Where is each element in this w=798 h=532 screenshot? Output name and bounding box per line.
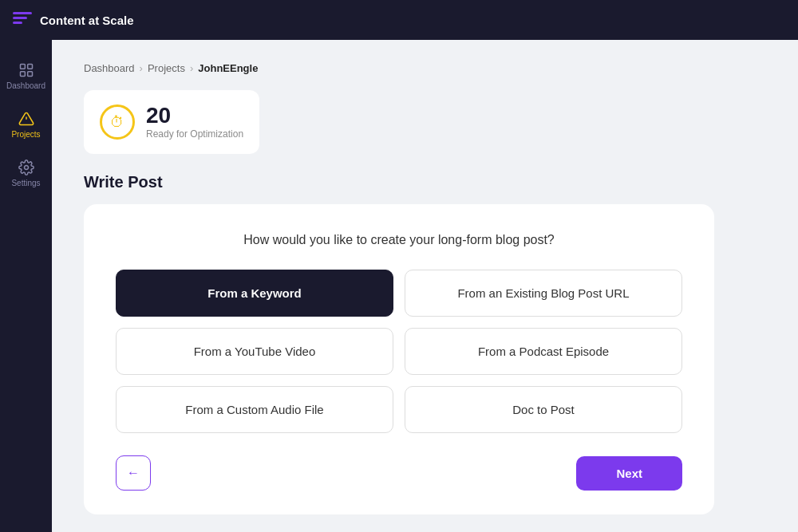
back-button[interactable]: ← <box>116 455 151 491</box>
logo-icon <box>13 12 32 28</box>
write-post-heading: Write Post <box>84 173 766 191</box>
ready-count: 20 <box>146 104 243 127</box>
sidebar-item-label: Settings <box>11 179 40 187</box>
topbar: Content at Scale <box>0 0 798 40</box>
settings-icon <box>18 160 34 175</box>
svg-point-6 <box>24 166 28 170</box>
breadcrumb-separator-2: › <box>190 62 193 74</box>
option-doc[interactable]: Doc to Post <box>405 386 682 433</box>
sidebar-item-projects[interactable]: Projects <box>6 104 47 145</box>
options-grid: From a Keyword From an Existing Blog Pos… <box>116 270 682 433</box>
option-existing-blog[interactable]: From an Existing Blog Post URL <box>405 270 682 317</box>
ready-icon: ⏱ <box>100 104 135 140</box>
ready-card: ⏱ 20 Ready for Optimization <box>84 90 259 154</box>
back-arrow-icon: ← <box>127 466 140 480</box>
card-actions: ← Next <box>116 455 682 491</box>
breadcrumb-current: JohnEEngle <box>198 62 258 74</box>
card-question: How would you like to create your long-f… <box>116 233 682 247</box>
app-name: Content at Scale <box>40 14 134 27</box>
sidebar-item-label: Dashboard <box>6 81 45 90</box>
breadcrumb: Dashboard › Projects › JohnEEngle <box>84 62 766 74</box>
svg-rect-3 <box>27 72 32 77</box>
sidebar-item-dashboard[interactable]: Dashboard <box>6 56 47 97</box>
option-podcast[interactable]: From a Podcast Episode <box>405 328 682 375</box>
next-button[interactable]: Next <box>576 456 682 491</box>
sidebar-item-label: Projects <box>11 130 40 139</box>
app-logo: Content at Scale <box>13 12 134 28</box>
ready-label: Ready for Optimization <box>146 128 243 140</box>
sidebar: Dashboard Projects Settings <box>0 40 52 532</box>
svg-rect-2 <box>20 72 25 77</box>
breadcrumb-separator-1: › <box>140 62 143 74</box>
option-youtube[interactable]: From a YouTube Video <box>116 328 393 375</box>
sidebar-item-settings[interactable]: Settings <box>6 153 47 194</box>
breadcrumb-projects[interactable]: Projects <box>148 62 185 74</box>
ready-info: 20 Ready for Optimization <box>146 104 243 140</box>
projects-icon <box>18 111 34 127</box>
option-keyword[interactable]: From a Keyword <box>116 270 393 317</box>
dashboard-icon <box>18 62 34 78</box>
main-content: Dashboard › Projects › JohnEEngle ⏱ 20 R… <box>52 40 798 532</box>
svg-rect-1 <box>27 65 32 69</box>
write-post-card: How would you like to create your long-f… <box>84 204 714 514</box>
option-audio[interactable]: From a Custom Audio File <box>116 386 393 433</box>
svg-rect-0 <box>20 65 25 69</box>
breadcrumb-dashboard[interactable]: Dashboard <box>84 62 135 74</box>
timer-icon: ⏱ <box>110 114 124 131</box>
